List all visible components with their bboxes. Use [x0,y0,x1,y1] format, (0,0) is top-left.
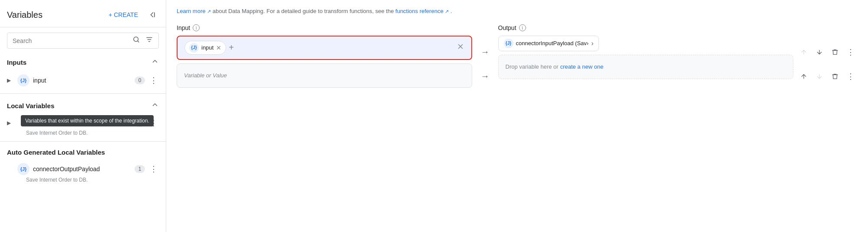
local-vars-collapse-icon[interactable] [151,101,159,111]
sidebar-header-actions: + CREATE [105,8,159,22]
filter-icon[interactable] [145,36,153,46]
create-new-link[interactable]: create a new one [560,63,604,70]
info-period: . [450,8,452,14]
output-col-label: Output [498,24,516,31]
local-var-row[interactable]: ▶ Variables that exist within the scope … [0,114,166,132]
arrow-row-2: → [481,64,490,89]
input-row-2: Variable or Value [177,63,472,88]
learn-more-label: Learn more [177,8,205,14]
row-clear-icon[interactable] [457,43,464,53]
inputs-collapse-icon[interactable] [151,57,159,67]
auto-gen-section-title: Auto Generated Local Variables [7,149,105,156]
search-bar [7,33,159,49]
row-1-actions: ⋮ [797,40,858,64]
output-chip-icon: {J} [504,39,513,48]
more-icon-1: ⋮ [847,47,855,57]
delete-button-1[interactable] [828,45,842,59]
connector-output-payload-row[interactable]: {J} connectorOutputPayload 1 ⋮ [0,159,166,179]
local-var-badge: 0 [135,119,145,127]
input-row-1: {J} input ✕ + [177,36,472,60]
input-variable-row[interactable]: ▶ {J} input 0 ⋮ [0,71,166,90]
info-text: about Data Mapping. For a detailed guide… [213,8,395,14]
input-col-label: Input [177,24,190,31]
output-drop-area: Drop variable here or create a new one [498,55,794,79]
sidebar: Variables + CREATE Inputs [0,0,166,232]
connector-var-name: connectorOutputPayload [33,166,131,172]
arrow-row-1: → [481,40,490,64]
output-chip-chevron-icon[interactable]: › [591,40,593,47]
mapping-area: Input i {J} input ✕ + Variable [177,24,858,91]
collapse-sidebar-button[interactable] [145,8,159,22]
more-icon-2: ⋮ [847,72,855,81]
expand-arrow-icon: ▶ [7,77,14,83]
local-variables-section-title: Local Variables [7,102,54,109]
row-actions-column: ⋮ [793,24,858,89]
delete-button-2[interactable] [828,70,842,83]
inputs-section-header: Inputs [0,54,166,71]
divider-2 [0,141,166,142]
auto-gen-section-header: Auto Generated Local Variables [0,145,166,159]
info-bar: Learn more ↗ about Data Mapping. For a d… [177,7,858,16]
move-down-button-2[interactable] [812,70,826,83]
arrow-right-icon-1: → [481,47,490,57]
drop-placeholder-text: Drop variable here or [506,63,559,70]
sidebar-title: Variables [7,10,43,20]
chip-label: input [201,44,214,51]
external-link-icon: ↗ [207,9,211,14]
tooltip: Variables that exist within the scope of… [21,115,154,126]
input-info-icon: i [193,24,200,31]
local-var-expand-arrow: ▶ [7,120,14,126]
local-variables-section-header: Local Variables [0,97,166,114]
row-2-actions: ⋮ [797,64,858,89]
input-chip[interactable]: {J} input ✕ [184,41,226,55]
search-input[interactable] [13,37,129,44]
output-chip[interactable]: {J} connectorInputPayload (Sav› › [498,36,599,51]
search-icon [132,36,140,46]
arrow-right-icon-2: → [481,71,490,81]
connector-var-icon: {J} [17,163,30,175]
input-placeholder: Variable or Value [184,72,227,79]
input-var-badge: 0 [135,76,145,84]
functions-ref-external-icon: ↗ [445,9,449,14]
move-down-button-1[interactable] [812,45,826,59]
functions-reference-label: functions reference [395,8,444,14]
sidebar-header: Variables + CREATE [0,0,166,27]
divider-1 [0,93,166,94]
output-chip-label: connectorInputPayload (Sav› [516,40,589,46]
input-column: Input i {J} input ✕ + Variable [177,24,472,91]
output-row-1-wrapper: {J} connectorInputPayload (Sav› › [498,36,794,51]
create-button[interactable]: + CREATE [105,10,141,20]
input-col-header: Input i [177,24,472,31]
learn-more-link[interactable]: Learn more ↗ [177,8,213,14]
inputs-section-title: Inputs [7,59,26,66]
collapse-icon [148,10,156,19]
output-info-icon: i [519,24,526,31]
chip-var-icon: {J} [189,43,199,53]
arrow-column: → → [472,24,498,89]
input-var-name: input [33,77,131,84]
chip-add-icon[interactable]: + [229,43,234,53]
output-col-header: Output i [498,24,794,31]
connector-var-badge: 1 [135,165,145,173]
functions-reference-link[interactable]: functions reference ↗ [395,8,450,14]
input-var-icon: {J} [17,74,30,86]
more-actions-button-2[interactable]: ⋮ [844,70,858,83]
move-up-button-2[interactable] [797,70,811,83]
output-column: Output i {J} connectorInputPayload (Sav›… [498,24,794,79]
move-up-button-1[interactable] [797,45,811,59]
local-var-more-button[interactable]: ⋮ [148,118,159,128]
input-more-button[interactable]: ⋮ [148,75,159,86]
chip-close-icon[interactable]: ✕ [216,45,221,51]
svg-point-0 [134,37,138,42]
main-area: Learn more ↗ about Data Mapping. For a d… [166,0,868,232]
more-actions-button-1[interactable]: ⋮ [844,45,858,59]
connector-var-more-button[interactable]: ⋮ [148,164,159,174]
